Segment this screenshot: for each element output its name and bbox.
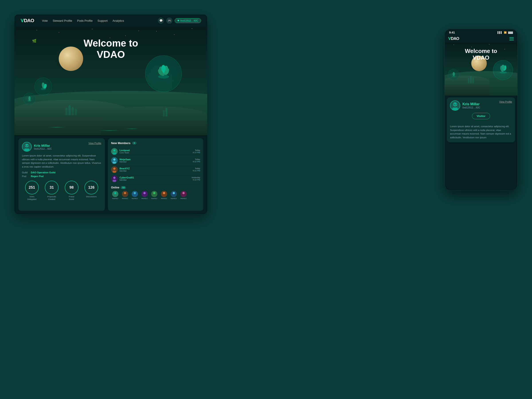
member-info: CyberGod01 Member	[120, 176, 190, 181]
svg-rect-52	[452, 108, 458, 110]
proposals-value: 31	[50, 185, 54, 190]
svg-point-54	[456, 104, 456, 105]
mobile-profile-name: Kris Millar	[462, 102, 480, 106]
logo[interactable]: V DAO	[21, 18, 34, 24]
member-date: Yesterday	[191, 177, 200, 179]
online-avatar	[122, 191, 128, 197]
hero-section: Welcome to VDAO	[14, 27, 207, 135]
discord-button[interactable]: 🎮	[166, 18, 172, 24]
mobile-hero-title: Welcome to VDAO	[465, 48, 497, 61]
hamburger-line	[509, 37, 514, 38]
logo-v: V	[21, 18, 24, 24]
discussions-circle: 126	[84, 181, 98, 194]
member-hour: 8:22 PM	[193, 170, 200, 172]
online-avatar	[151, 191, 157, 197]
discussions-label: Discussions	[86, 196, 97, 198]
member-avatar	[111, 166, 118, 173]
mobile-view-profile-link[interactable]: View Profile	[499, 101, 512, 103]
new-members-label: New Members	[111, 141, 130, 145]
pod-row: Pod Regen Pod	[22, 175, 101, 177]
mobile-bio: Lorem ipsum dolor sit amet, consectetur …	[450, 125, 512, 139]
nav-vote[interactable]: Vote	[42, 19, 48, 22]
logo-dao: DAO	[24, 18, 34, 24]
star	[489, 44, 489, 44]
svg-point-33	[134, 192, 136, 194]
silhouettes-right	[163, 108, 167, 116]
votes-value: 251	[29, 185, 35, 190]
mobile-logo[interactable]: V DAO	[448, 36, 459, 41]
mobile-profile-card: Kris Millar 0xd12512....92C View Profile…	[447, 97, 515, 142]
pod-value[interactable]: Regen Pod	[31, 175, 44, 177]
hero-title-line1: Welcome to	[83, 38, 138, 49]
view-profile-link[interactable]: View Profile	[89, 142, 101, 145]
mobile-title-line1: Welcome to	[465, 48, 497, 54]
star	[92, 29, 92, 29]
svg-rect-24	[113, 171, 116, 173]
online-username: MarkEZ	[112, 197, 118, 200]
profile-header: Kris Millar 0xd12512....92C View Profile	[22, 142, 101, 152]
hill-front	[101, 106, 208, 135]
nav-steward-profile[interactable]: Steward Profile	[53, 19, 72, 22]
svg-point-44	[500, 71, 507, 74]
nav-analytics[interactable]: Analytics	[112, 19, 124, 22]
glass-orb-tiny	[23, 93, 35, 105]
star	[174, 34, 174, 35]
member-name: NinjaSam	[120, 158, 191, 161]
online-label: Online	[111, 186, 119, 189]
svg-point-39	[163, 192, 165, 194]
member-name: BearXYZ	[120, 167, 191, 170]
praise-value: 98	[69, 185, 74, 190]
online-count-badge: 58	[120, 186, 126, 189]
member-time: Today 8:22 PM	[193, 167, 200, 172]
signal-icon: ▌▌▌	[498, 31, 502, 34]
profile-bio: Lorem ipsum dolor sit amet, consectetur …	[22, 154, 101, 168]
star	[59, 32, 59, 32]
online-user: MarkEZ	[179, 191, 188, 200]
hamburger-menu[interactable]	[509, 37, 514, 40]
member-date: Today	[193, 167, 200, 170]
svg-point-51	[453, 102, 457, 106]
mobile-hero: Welcome to VDAO	[445, 42, 517, 95]
navbar: V DAO Vote Steward Profile Pods Profile …	[14, 14, 207, 27]
star	[192, 28, 192, 29]
desktop-card: V DAO Vote Steward Profile Pods Profile …	[14, 14, 207, 214]
svg-rect-21	[113, 162, 116, 164]
online-username: MarkEZ	[171, 197, 177, 200]
online-username: MarkEZ	[122, 197, 128, 200]
nav-pods-profile[interactable]: Pods Profile	[77, 19, 93, 22]
stat-discussions: 126 Discussions	[84, 181, 98, 201]
online-user: MarkEZ	[131, 191, 139, 200]
svg-point-17	[113, 149, 115, 152]
mobile-profile-user: Kris Millar 0xd12512....92C	[450, 101, 480, 111]
nav-support[interactable]: Support	[98, 19, 108, 22]
svg-point-29	[114, 192, 116, 194]
member-name: Lostpoet	[120, 149, 191, 152]
glow-line	[99, 130, 121, 131]
online-user: MarkEZ	[140, 191, 149, 200]
online-username: MarkEZ	[180, 197, 187, 200]
star	[37, 30, 37, 30]
wallet-button[interactable]: 0xd12512....92C	[175, 18, 201, 23]
hero-title: Welcome to VDAO	[83, 38, 138, 60]
profile-address: 0xd12512....92C	[34, 147, 52, 150]
mobile-orb-small	[448, 69, 459, 80]
member-hour: 8:22 PM	[191, 179, 200, 181]
online-grid: MarkEZ MarkEZ MarkEZ	[111, 191, 200, 200]
mobile-orb-large	[493, 60, 513, 80]
glow-line	[48, 127, 65, 127]
mobile-logo-dao: DAO	[451, 36, 459, 41]
online-avatar	[180, 191, 187, 197]
online-user: MarkEZ	[150, 191, 158, 200]
glow-line	[125, 129, 139, 129]
wallet-address: 0xd12512....92C	[180, 19, 198, 22]
member-time: Yesterday 8:22 PM	[191, 177, 200, 181]
svg-point-14	[25, 145, 26, 146]
members-title: New Members 4	[111, 141, 200, 145]
online-user: MarkEZ	[170, 191, 178, 200]
member-time: Today 8:22 PM	[193, 158, 200, 163]
member-avatar	[111, 148, 118, 155]
guild-value[interactable]: DAO Operation Guild	[31, 171, 55, 174]
svg-point-49	[453, 72, 455, 76]
chat-button[interactable]: 💬	[158, 18, 164, 24]
online-avatar	[132, 191, 138, 197]
